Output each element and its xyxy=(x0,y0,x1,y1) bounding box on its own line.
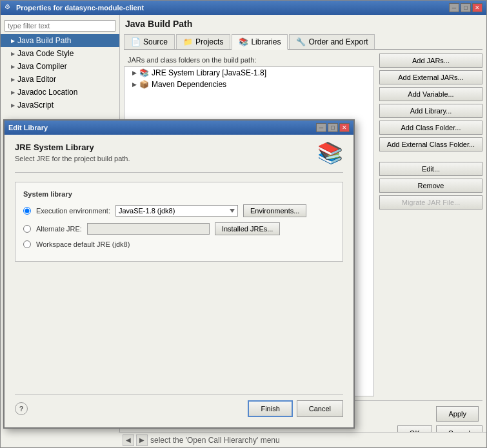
spacer xyxy=(15,268,343,388)
execution-env-dropdown[interactable]: JavaSE-1.8 (jdk8) xyxy=(115,205,238,217)
finish-button[interactable]: Finish xyxy=(248,400,292,417)
separator xyxy=(15,172,343,173)
installed-jres-button[interactable]: Installed JREs... xyxy=(215,222,280,235)
environments-button[interactable]: Environments... xyxy=(243,204,306,217)
dialog-title: Edit Library xyxy=(8,124,48,131)
dialog-overlay: Edit Library ─ □ ✕ JRE System Library Se… xyxy=(0,0,487,448)
dialog-bottom: ? Finish Cancel xyxy=(15,394,343,420)
alternate-jre-input[interactable] xyxy=(87,223,210,235)
dialog-header-text: JRE System Library Select JRE for the pr… xyxy=(15,142,130,162)
dialog-minimize-button[interactable]: ─ xyxy=(316,123,326,132)
execution-env-radio[interactable] xyxy=(23,207,31,215)
workspace-jre-row: Workspace default JRE (jdk8) xyxy=(23,240,335,248)
dialog-maximize-button[interactable]: □ xyxy=(328,123,338,132)
dialog-header-title: JRE System Library xyxy=(15,142,130,152)
system-library-label: System library xyxy=(23,190,335,198)
dialog-title-bar: Edit Library ─ □ ✕ xyxy=(5,121,353,135)
alternate-jre-row: Alternate JRE: Installed JREs... xyxy=(23,222,335,235)
dialog-content: JRE System Library Select JRE for the pr… xyxy=(5,135,353,427)
system-library-group: System library Execution environment: Ja… xyxy=(15,182,343,262)
help-button[interactable]: ? xyxy=(15,402,28,415)
dialog-header: JRE System Library Select JRE for the pr… xyxy=(15,142,343,163)
execution-env-row: Execution environment: JavaSE-1.8 (jdk8)… xyxy=(23,204,335,217)
dialog-header-desc: Select JRE for the project build path. xyxy=(15,155,130,162)
workspace-jre-label: Workspace default JRE (jdk8) xyxy=(36,240,130,248)
execution-env-label: Execution environment: xyxy=(36,207,110,215)
dialog-cancel-button[interactable]: Cancel xyxy=(297,400,343,417)
dialog-title-buttons: ─ □ ✕ xyxy=(316,123,350,132)
alternate-jre-radio[interactable] xyxy=(23,225,31,233)
dialog-action-buttons: Finish Cancel xyxy=(248,400,343,417)
dialog-close-button[interactable]: ✕ xyxy=(339,123,350,132)
dialog-jre-icon: 📚 xyxy=(317,142,343,163)
alternate-jre-label: Alternate JRE: xyxy=(36,225,82,233)
edit-dialog: Edit Library ─ □ ✕ JRE System Library Se… xyxy=(3,119,355,429)
workspace-jre-radio[interactable] xyxy=(23,240,31,248)
